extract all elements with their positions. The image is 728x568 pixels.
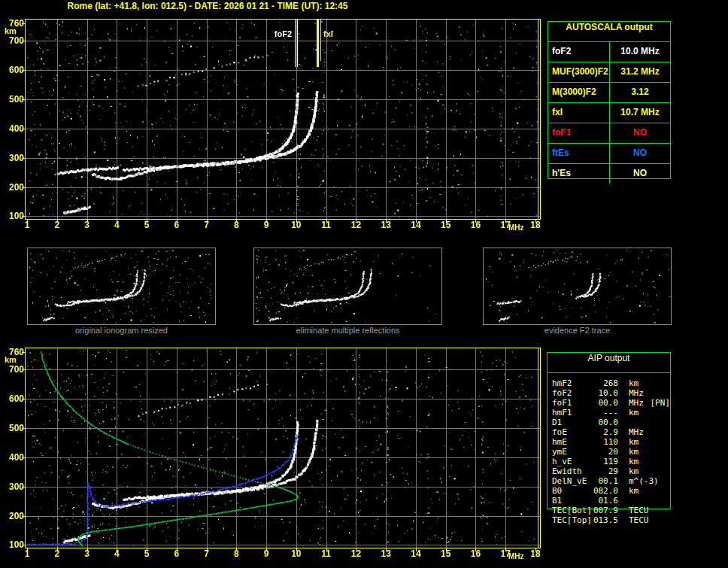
aip-label: hmE	[552, 437, 593, 447]
y-tick-label: 400	[2, 454, 24, 462]
aip-output-table: AIP output hmF2268kmfoF210.0MHzfoF100.0M…	[547, 352, 671, 509]
x-tick-label: 7	[196, 550, 217, 558]
x-tick-label: 12	[345, 221, 366, 229]
aip-value: 2.9	[593, 427, 618, 437]
aip-label: B0	[552, 486, 593, 496]
aip-row-DelN_vE: DelN_vE00.1m^(-3)	[548, 476, 670, 486]
aip-unit: km	[629, 408, 662, 418]
thumbnail-eliminate-reflections	[253, 248, 442, 325]
y-tick-label: 400	[2, 125, 24, 133]
x-tick-label: 14	[405, 221, 426, 229]
x-tick-label: 18	[525, 550, 546, 558]
aip-value: 268	[593, 378, 618, 388]
aip-row-foF2: foF210.0MHz	[548, 388, 670, 398]
aip-label: DelN_vE	[552, 476, 593, 486]
aip-label: hmF1	[552, 408, 593, 418]
autoscala-row-h'Es: h'EsNO	[548, 164, 670, 184]
aip-flag: [PN]	[651, 398, 671, 408]
aip-row-TEC[Top]: TEC[Top]013.5TECU	[548, 515, 670, 525]
aip-unit: MHz	[629, 398, 649, 408]
aip-label: hmF2	[552, 378, 593, 388]
aip-label: h_vE	[552, 457, 593, 466]
aip-value: 29	[593, 466, 618, 476]
aip-unit: km	[629, 447, 662, 457]
y-tick-label: 200	[2, 512, 24, 521]
aip-value: 007.9	[593, 506, 618, 515]
aip-unit: MHz	[629, 388, 662, 398]
autoscala-row-fxI: fxI10.7 MHz	[548, 103, 670, 123]
autoscala-row-label: foF2	[548, 42, 610, 62]
aip-value: 082.0	[593, 486, 618, 496]
x-tick-label: 1	[17, 221, 38, 229]
aip-row-TEC[Bot]: TEC[Bot]007.9TECU	[548, 506, 670, 515]
aip-row-h_vE: h_vE119km	[548, 457, 670, 466]
thumbnail-caption: original ionogram resized	[27, 326, 216, 335]
autoscala-table-header: AUTOSCALA output	[548, 22, 670, 42]
aip-value: 10.0	[593, 388, 618, 398]
aip-value: ---	[593, 408, 618, 418]
x-tick-label: 4	[106, 550, 127, 558]
autoscala-row-value: NO	[610, 123, 670, 143]
aip-row-B0: B0082.0km	[548, 486, 670, 496]
aip-row-D1: D100.0	[548, 418, 670, 427]
autoscala-row-label: MUF(3000)F2	[548, 62, 610, 82]
aip-value: 00.0	[593, 398, 618, 408]
aip-unit: TECU	[629, 506, 662, 515]
x-tick-label: 10	[286, 550, 307, 558]
y-tick-label: 100	[2, 212, 24, 220]
x-tick-label: 9	[256, 221, 277, 229]
y-tick-label: 300	[2, 483, 24, 491]
x-tick-label: 3	[77, 221, 98, 229]
x-tick-label: 1	[17, 550, 38, 558]
x-tick-label: 6	[166, 550, 187, 558]
x-tick-label: 2	[47, 221, 68, 229]
x-tick-label: 15	[435, 550, 457, 558]
aip-label: ymE	[552, 447, 593, 457]
x-axis-unit-label: MHz	[508, 223, 524, 232]
x-tick-label: 18	[525, 221, 546, 229]
aip-unit: MHz	[629, 427, 662, 437]
autoscala-row-label: M(3000)F2	[548, 83, 610, 102]
thumbnail-evidence-f2-trace	[483, 248, 672, 325]
thumbnail-original-ionogram	[27, 248, 216, 325]
aip-row-foE: foE2.9MHz	[548, 427, 670, 437]
aip-unit: km	[629, 378, 662, 388]
x-tick-label: 2	[47, 550, 68, 558]
y-axis-unit-label: km	[5, 27, 17, 35]
aip-label: B1	[552, 496, 593, 506]
aip-value: 20	[593, 447, 618, 457]
y-tick-label: 500	[2, 424, 24, 433]
autoscala-row-value: NO	[610, 144, 670, 163]
x-tick-label: 13	[375, 221, 396, 229]
x-tick-label: 5	[136, 221, 157, 229]
autoscala-row-value: 31.2 MHz	[610, 62, 670, 82]
aip-row-foF1: foF100.0MHz[PN]	[548, 398, 670, 408]
aip-row-hmF1: hmF1---km	[548, 408, 670, 418]
y-axis-unit-label: km	[5, 356, 17, 364]
aip-unit	[629, 418, 662, 427]
y-tick-label: 600	[2, 66, 24, 74]
y-tick-label: 500	[2, 96, 24, 104]
top-ionogram-canvas	[21, 19, 541, 223]
autoscala-row-value: 10.7 MHz	[610, 103, 670, 123]
y-tick-label: 300	[2, 154, 24, 163]
x-tick-label: 11	[316, 550, 337, 558]
aip-unit	[629, 496, 662, 506]
autoscala-row-label: foF1	[548, 123, 610, 143]
autoscala-row-label: ftEs	[548, 144, 610, 163]
x-tick-label: 10	[286, 221, 307, 229]
y-tick-label: 700	[2, 366, 24, 374]
x-tick-label: 16	[465, 221, 486, 229]
autoscala-row-foF1: foF1NO	[548, 123, 670, 144]
thumbnail-caption: eliminate multiple reflections	[253, 326, 442, 335]
aip-row-Ewidth: Ewidth29km	[548, 466, 670, 476]
aip-table-body: hmF2268kmfoF210.0MHzfoF100.0MHz[PN]hmF1-…	[548, 373, 670, 525]
aip-row-ymE: ymE20km	[548, 447, 670, 457]
autoscala-row-label: h'Es	[548, 164, 610, 184]
aip-unit: km	[629, 466, 662, 476]
aip-label: foF2	[552, 388, 593, 398]
y-tick-label: 600	[2, 395, 24, 403]
x-tick-label: 12	[345, 550, 366, 558]
x-tick-label: 3	[77, 550, 98, 558]
autoscala-table-body: foF210.0 MHzMUF(3000)F231.2 MHzM(3000)F2…	[548, 42, 670, 184]
